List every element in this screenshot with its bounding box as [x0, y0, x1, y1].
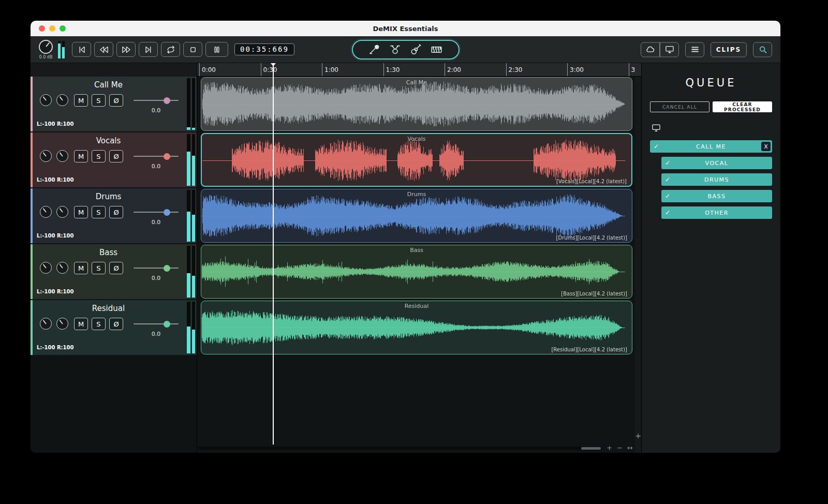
clip-call-me[interactable]: Call Me [201, 77, 632, 131]
width-knob[interactable] [56, 262, 68, 274]
clips-button[interactable]: CLIPS [711, 42, 747, 57]
minimize-window-button[interactable] [49, 25, 55, 32]
clip-residual[interactable]: Residual [Residual][Local][4.2 (latest)] [201, 301, 632, 354]
volume-slider[interactable] [134, 264, 179, 272]
meter-bar [58, 41, 61, 58]
loop-button[interactable] [161, 42, 180, 57]
pan-knob[interactable] [40, 262, 52, 274]
mute-button[interactable]: M [74, 150, 88, 162]
phase-button[interactable]: Ø [109, 262, 123, 274]
queue-job-name: CALL ME [650, 143, 772, 150]
track-header-call-me[interactable]: Call Me M S Ø 0.0 L:-100 R:100 [31, 77, 197, 131]
piano-icon[interactable] [430, 43, 443, 56]
queue-job-item[interactable]: ✓ CALL ME X [650, 140, 772, 153]
queue-stem-item[interactable]: ✓OTHER [661, 206, 772, 219]
level-meter [187, 302, 195, 353]
master-gain-knob[interactable] [39, 40, 53, 54]
vertical-scroll-strip: + [635, 77, 641, 453]
pan-knob[interactable] [40, 94, 52, 106]
timeline-ruler[interactable]: 0:000:301:001:302:002:303:003 [197, 63, 641, 77]
track-header-residual[interactable]: Residual M S Ø 0.0 L:-100 R:100 [31, 300, 197, 355]
queue-panel: QUEUE CANCEL ALL CLEAR PROCESSED ✓ CALL … [641, 63, 780, 453]
remove-job-button[interactable]: X [761, 142, 771, 151]
skip-end-button[interactable] [139, 42, 158, 57]
zoom-fit-button[interactable]: ↔ [627, 445, 633, 451]
solo-button[interactable]: S [92, 94, 106, 107]
volume-slider[interactable] [134, 97, 179, 104]
playhead[interactable] [273, 63, 274, 444]
cancel-all-button[interactable]: CANCEL ALL [650, 101, 709, 112]
width-knob[interactable] [56, 150, 68, 162]
volume-slider-handle[interactable] [164, 97, 170, 104]
track-header-vocals[interactable]: Vocals M S Ø 0.0 L:-100 R:100 [31, 132, 197, 187]
track-header-drums[interactable]: Drums M S Ø 0.0 L:-100 R:100 [31, 188, 197, 243]
clip-vocals[interactable]: Vocals [Vocals][Local][4.2 (latest)] [201, 133, 632, 187]
clear-processed-button[interactable]: CLEAR PROCESSED [713, 101, 772, 112]
scrollbar-track[interactable] [198, 447, 602, 450]
queue-stem-item[interactable]: ✓VOCAL [661, 157, 772, 169]
mute-button[interactable]: M [74, 262, 88, 274]
arrangement-area: 0:000:301:001:302:002:303:003 Call Me Vo… [197, 63, 641, 453]
skip-start-button[interactable] [72, 42, 91, 57]
mute-button[interactable]: M [74, 94, 88, 107]
clip-bass[interactable]: Bass [Bass][Local][4.2 (latest)] [201, 245, 632, 299]
timeline-tick: 1:00 [322, 63, 338, 76]
volume-slider-handle[interactable] [164, 209, 170, 216]
vertical-zoom-in-button[interactable]: + [635, 432, 641, 439]
solo-button[interactable]: S [92, 206, 106, 218]
solo-button[interactable]: S [92, 318, 106, 330]
mute-button[interactable]: M [74, 206, 88, 218]
volume-slider[interactable] [134, 320, 179, 328]
rewind-button[interactable] [94, 42, 113, 57]
width-knob[interactable] [56, 206, 68, 218]
close-window-button[interactable] [39, 25, 45, 32]
menu-button[interactable] [685, 42, 704, 57]
knob-needle [42, 96, 46, 100]
queue-title: QUEUE [650, 77, 772, 89]
phase-button[interactable]: Ø [109, 206, 123, 218]
scrollbar-thumb[interactable] [581, 447, 601, 450]
cloud-button[interactable] [641, 42, 660, 57]
main-area: Call Me M S Ø 0.0 L:-100 R:100 Vocals [31, 63, 780, 453]
pause-button[interactable] [205, 42, 228, 57]
toolbar-right-group: CLIPS [641, 42, 772, 57]
queue-stem-item[interactable]: ✓BASS [661, 190, 772, 202]
guitar-icon[interactable] [409, 43, 422, 56]
search-button[interactable] [753, 42, 772, 57]
track-header-bass[interactable]: Bass M S Ø 0.0 L:-100 R:100 [31, 244, 197, 299]
zoom-in-button[interactable]: + [607, 445, 612, 451]
stop-button[interactable] [183, 42, 202, 57]
phase-button[interactable]: Ø [109, 94, 123, 107]
pan-knob[interactable] [40, 206, 52, 218]
clip-version-label: [Bass][Local][4.2 (latest)] [561, 291, 627, 297]
pan-knob[interactable] [40, 318, 52, 330]
drums-icon[interactable] [389, 43, 402, 56]
local-display-button[interactable] [660, 42, 679, 57]
volume-slider-handle[interactable] [164, 153, 170, 160]
volume-slider-handle[interactable] [164, 321, 170, 328]
track-buttons: M S Ø [74, 318, 123, 330]
width-knob[interactable] [56, 318, 68, 330]
solo-button[interactable]: S [92, 262, 106, 274]
track-buttons: M S Ø [74, 94, 123, 107]
mute-button[interactable]: M [74, 318, 88, 330]
knob-needle [59, 208, 63, 212]
queue-stem-item[interactable]: ✓DRUMS [661, 173, 772, 186]
zoom-window-button[interactable] [60, 25, 66, 32]
knob-needle [59, 320, 63, 324]
width-knob[interactable] [56, 94, 68, 106]
solo-button[interactable]: S [92, 150, 106, 162]
microphone-icon[interactable] [368, 43, 381, 56]
volume-slider-handle[interactable] [164, 265, 170, 272]
zoom-out-button[interactable]: − [617, 445, 623, 451]
clip-drums[interactable]: Drums [Drums][Local][4.2 (latest)] [201, 189, 632, 243]
track-list-panel: Call Me M S Ø 0.0 L:-100 R:100 Vocals [31, 63, 197, 453]
level-meter [187, 246, 195, 298]
volume-slider[interactable] [134, 153, 179, 160]
phase-button[interactable]: Ø [109, 150, 123, 162]
knob-needle [42, 208, 46, 212]
volume-slider[interactable] [134, 209, 179, 216]
pan-knob[interactable] [40, 150, 52, 162]
fast-forward-button[interactable] [116, 42, 136, 57]
phase-button[interactable]: Ø [109, 318, 123, 330]
